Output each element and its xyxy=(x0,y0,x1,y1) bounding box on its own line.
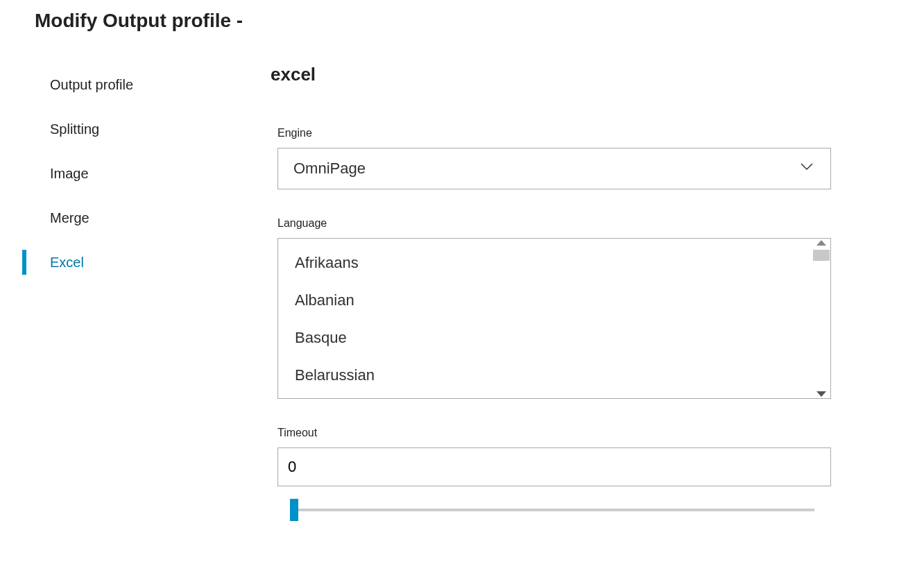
language-option[interactable]: Albanian xyxy=(278,282,812,319)
timeout-slider[interactable] xyxy=(277,497,831,525)
sidebar-item-image[interactable]: Image xyxy=(22,151,230,196)
sidebar-item-output-profile[interactable]: Output profile xyxy=(22,62,230,107)
sidebar-item-merge[interactable]: Merge xyxy=(22,196,230,240)
language-scrollbar[interactable] xyxy=(812,239,830,398)
chevron-down-icon xyxy=(798,158,815,179)
language-option[interactable]: Belarussian xyxy=(278,357,812,394)
sidebar-item-excel[interactable]: Excel xyxy=(22,240,230,284)
slider-track xyxy=(294,509,814,511)
timeout-label: Timeout xyxy=(277,427,832,439)
page-title: Modify Output profile - xyxy=(35,10,243,32)
engine-select-value: OmniPage xyxy=(293,160,366,178)
section-title: excel xyxy=(271,64,832,85)
engine-select[interactable]: OmniPage xyxy=(277,148,831,189)
scroll-thumb[interactable] xyxy=(813,250,830,261)
content-panel: excel Engine OmniPage Language Afrikaans… xyxy=(271,64,832,525)
scroll-up-icon[interactable] xyxy=(816,240,826,246)
language-label: Language xyxy=(277,217,832,230)
language-listbox-inner: Afrikaans Albanian Basque Belarussian xyxy=(278,239,812,398)
timeout-input[interactable] xyxy=(277,447,831,486)
language-listbox[interactable]: Afrikaans Albanian Basque Belarussian xyxy=(277,238,831,399)
language-option[interactable]: Basque xyxy=(278,319,812,357)
sidebar-item-splitting[interactable]: Splitting xyxy=(22,107,230,151)
scroll-down-icon[interactable] xyxy=(816,391,826,397)
engine-label: Engine xyxy=(277,127,832,139)
sidebar: Output profile Splitting Image Merge Exc… xyxy=(22,62,230,284)
scroll-track[interactable] xyxy=(812,246,830,391)
language-option[interactable]: Afrikaans xyxy=(278,244,812,282)
slider-thumb[interactable] xyxy=(290,499,298,521)
